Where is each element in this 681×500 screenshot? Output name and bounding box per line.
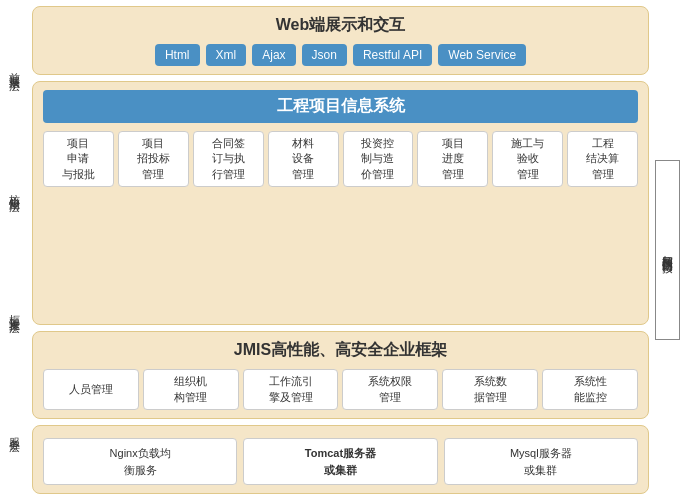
- module-progress: 项目进度管理: [417, 131, 488, 187]
- tech-tags: Html Xml Ajax Json Restful API Web Servi…: [43, 44, 638, 66]
- module-construction: 施工与验收管理: [492, 131, 563, 187]
- module-material: 材料设备管理: [268, 131, 339, 187]
- tag-webservice: Web Service: [438, 44, 526, 66]
- jmis-workflow: 工作流引擎及管理: [243, 369, 339, 410]
- tag-json: Json: [302, 44, 347, 66]
- module-bid: 项目招投标管理: [118, 131, 189, 187]
- service-modules-grid: Nginx负载均衡服务 Tomcat服务器或集群 Mysql服务器或集群: [43, 438, 638, 485]
- main-wrapper: 前端展示层 核心应用层 框架支撑层 服务层 Web端展示和交互 Html Xml…: [0, 0, 681, 500]
- jmis-org: 组织机构管理: [143, 369, 239, 410]
- service-layer: Nginx负载均衡服务 Tomcat服务器或集群 Mysql服务器或集群: [32, 425, 649, 494]
- module-settlement: 工程结决算管理: [567, 131, 638, 187]
- jmis-layer: JMIS高性能、高安全企业框架 人员管理 组织机构管理 工作流引擎及管理 系统权…: [32, 331, 649, 419]
- core-layer-title: 工程项目信息系统: [43, 90, 638, 123]
- right-label-wrapper: 与校园网的访问接口: [653, 0, 681, 500]
- left-labels: 前端展示层 核心应用层 框架支撑层 服务层: [0, 0, 28, 500]
- service-nginx: Nginx负载均衡服务: [43, 438, 237, 485]
- label-framework: 框架支撑层: [0, 250, 28, 371]
- label-frontend: 前端展示层: [0, 8, 28, 129]
- web-layer-title: Web端展示和交互: [43, 15, 638, 36]
- tag-html: Html: [155, 44, 200, 66]
- jmis-modules-grid: 人员管理 组织机构管理 工作流引擎及管理 系统权限管理 系统数据管理 系统性能监…: [43, 369, 638, 410]
- service-tomcat: Tomcat服务器或集群: [243, 438, 437, 485]
- jmis-personnel: 人员管理: [43, 369, 139, 410]
- jmis-permission: 系统权限管理: [342, 369, 438, 410]
- label-service: 服务层: [0, 371, 28, 492]
- center-content: Web端展示和交互 Html Xml Ajax Json Restful API…: [28, 0, 653, 500]
- tag-ajax: Ajax: [252, 44, 295, 66]
- web-layer: Web端展示和交互 Html Xml Ajax Json Restful API…: [32, 6, 649, 75]
- module-contract: 合同签订与执行管理: [193, 131, 264, 187]
- jmis-monitor: 系统性能监控: [542, 369, 638, 410]
- jmis-layer-title: JMIS高性能、高安全企业框架: [43, 340, 638, 361]
- tag-xml: Xml: [206, 44, 247, 66]
- module-project-apply: 项目申请与报批: [43, 131, 114, 187]
- right-label-campus: 与校园网的访问接口: [655, 160, 680, 340]
- tag-restful: Restful API: [353, 44, 432, 66]
- core-modules-grid: 项目申请与报批 项目招投标管理 合同签订与执行管理 材料设备管理 投资控制与造价…: [43, 131, 638, 187]
- service-mysql: Mysql服务器或集群: [444, 438, 638, 485]
- module-investment: 投资控制与造价管理: [343, 131, 414, 187]
- core-layer: 工程项目信息系统 项目申请与报批 项目招投标管理 合同签订与执行管理 材料设备管…: [32, 81, 649, 325]
- label-core: 核心应用层: [0, 129, 28, 250]
- jmis-data: 系统数据管理: [442, 369, 538, 410]
